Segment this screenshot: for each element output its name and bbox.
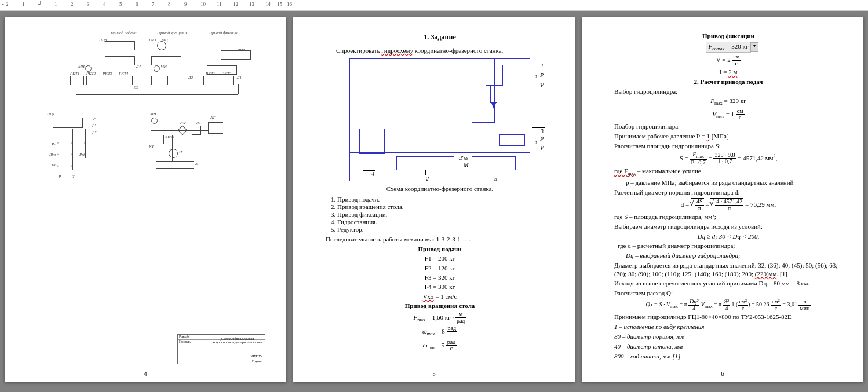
p-piston: 80 – диаметр поршня, мм — [614, 332, 843, 341]
eq-fmax2: Fmax = 320 кг — [614, 97, 843, 107]
eq-fmax: Fmax = 1,60 кг · мрад — [326, 312, 554, 324]
label-rkt3: РКТ3 — [103, 71, 112, 76]
vxx: Vxx = 1 см/с — [326, 292, 554, 301]
eq-fcomax[interactable]: ⋮ Fcomax = 320 кг ▾ — [614, 42, 843, 53]
callout-5: 5 — [486, 175, 498, 182]
p-rod: 40 – диаметр штока, мм — [614, 342, 843, 351]
label-at: АТ — [210, 115, 215, 120]
rotation-drive-heading: Привод вращения стола — [405, 302, 475, 309]
eq-cond: Dц ≥ d; 30 < Dц < 200, — [614, 232, 843, 240]
eq-l-fix: L= 2 м — [614, 68, 843, 76]
callout-1: 1 — [532, 63, 545, 69]
workspace[interactable]: Привод подачи Привод вращения Привод фик… — [0, 11, 868, 387]
p-where-p: p – давление МПа; выбирается из ряда ста… — [614, 178, 843, 187]
p-calcQ: Рассчитаем расход Q: — [614, 289, 843, 298]
label-P: P — [59, 174, 61, 179]
eq-Q: Q₁ = S · Vmax = π Dц²4 Vmax = π 8²4 1 (с… — [614, 299, 843, 312]
page-number: 5 — [432, 370, 436, 377]
eq-vmax2: Vmax = 1 смс — [614, 108, 843, 121]
label-pprime: P' — [92, 123, 96, 128]
label-rbp: Rbp — [49, 152, 56, 157]
p-choice: Выбор гидроцилиндра: — [614, 87, 843, 96]
p-choose-d: Выбираем диаметр гидроцилиндра исходя из… — [614, 222, 843, 231]
p-where-fmax: где Fmax – максимальное усилие — [614, 167, 843, 177]
label-d4: Д4 — [136, 64, 141, 69]
f3: F3 = 320 кг — [326, 273, 554, 281]
hydraulic-schematic: Привод подачи Привод вращения Привод фик… — [47, 31, 256, 181]
eq-wmin: ωmin = 5 радс — [326, 339, 554, 352]
label-n: Н — [179, 150, 182, 155]
f2: F2 = 120 кг — [326, 264, 554, 272]
p-pressure: Принимаем рабочее давление P = 1 [МПа] — [614, 132, 843, 141]
p-diam: Расчетный диаметр поршня гидроцилиндра d… — [614, 188, 843, 197]
p-where-S: где S – площадь гидроцилиндра, мм²; — [614, 213, 843, 221]
label-fixation-drive: Привод фиксации — [209, 31, 239, 35]
horizontal-ruler: └ 2 1 ┘ 1 2 3 4 5 6 7 8 9 10 11 12 13 14… — [0, 0, 868, 11]
task-text: Спроектировать гидросхему координатно-фр… — [326, 46, 554, 55]
label-pc1: ПЦ1 — [47, 112, 55, 116]
label-gm1: ГМ1 — [149, 38, 156, 42]
p-calcS: Рассчитаем площадь гидроцилиндра S: — [614, 142, 843, 151]
label-pprime2: P'' — [92, 130, 96, 135]
label-d1: Д1 — [237, 75, 242, 80]
label-mn3: МН — [150, 112, 156, 116]
label-rkt4: РКТ4 — [119, 71, 128, 76]
section2-heading: 2. Расчет привода подач — [694, 78, 763, 85]
label-rkt1: РКТ1 — [70, 71, 79, 76]
p-std-row: Диаметр выбирается из ряда стандартных з… — [614, 261, 843, 279]
p-where-d: где d – расчётный диаметр гидроцилиндра; — [614, 241, 843, 250]
label-mn1: МН — [78, 64, 85, 69]
eq-S: S = FmaxP · 0,7 = 320 · 9,81 · 0,7 = 457… — [614, 152, 843, 166]
machine-scheme: 1 ↕ P V 3 ↕ P V 4 2 ↺ ω M 5 — [349, 58, 530, 181]
callout-3: 3 — [532, 127, 545, 134]
label-feed-drive: Привод подачи — [111, 31, 136, 35]
fixation-drive-heading: Привод фиксации — [702, 32, 754, 39]
p-where-Dc: Dц – выбранный диаметр гидроцилиндра; — [614, 251, 843, 260]
label-rkt1b: РКТ1 — [206, 71, 215, 76]
label-d2: Д2 — [188, 75, 193, 80]
sequence-text: Последовательность работы механизма: 1-3… — [326, 235, 554, 244]
label-mn2: МН — [161, 64, 167, 69]
label-kt: КТ — [149, 144, 154, 149]
label-rkt2c: РКТ2 — [165, 135, 174, 140]
label-ok: ОК — [180, 121, 186, 126]
page-4[interactable]: Привод подачи Привод вращения Привод фик… — [5, 17, 286, 382]
page-6[interactable]: Привод фиксации ⋮ Fcomax = 320 кг ▾ V = … — [582, 17, 863, 382]
label-rotation-drive: Привод вращения — [157, 31, 188, 35]
page-number: 6 — [721, 370, 724, 377]
equation-editor-cell: ⋮ Fcomax = 320 кг ▾ — [706, 42, 752, 53]
p-accept-d: Исходя из выше перечисленных условий при… — [614, 279, 843, 288]
f1: F1 = 200 кг — [326, 254, 554, 262]
p-exec: 1 – исполнение по виду крепления — [614, 323, 843, 331]
equation-dropdown-icon[interactable]: ▾ — [750, 42, 758, 52]
drawing-title-block: Схема гидравлическая координатно-фрезерн… — [177, 334, 265, 364]
eq-d: d = 4Sπ = 4 · 4571,42π = 76,29 мм, — [614, 198, 843, 211]
page-number: 4 — [144, 370, 147, 377]
feed-drive-heading: Привод подачи — [418, 246, 461, 252]
callout-4: 4 — [363, 170, 375, 177]
label-T: T — [72, 174, 75, 179]
f4: F4 = 300 кг — [326, 283, 554, 291]
eq-v-fix: V = 2 смс — [614, 54, 843, 67]
p-accept-cyl: Принимаем гидроцилиндр ГЦ1-80×40×800 по … — [614, 313, 843, 321]
label-rp: Rp — [52, 142, 56, 146]
label-b: Б — [195, 162, 198, 166]
page-5[interactable]: 1. Задание Спроектировать гидросхему коо… — [293, 17, 575, 382]
label-rkt2: РКТ2 — [86, 71, 96, 76]
p-stroke: 800 – ход штока, мм [1] — [614, 352, 843, 361]
p-select: Подбор гидроцилиндра. — [614, 122, 843, 131]
page5-heading: 1. Задание — [326, 33, 554, 42]
scheme-caption: Схема координатно-фрезерного станка. — [326, 185, 554, 193]
label-F: F — [93, 116, 96, 121]
label-rkt2b: РКТ2 — [222, 71, 231, 76]
eq-wmax: ωmax = 8 радс — [326, 325, 554, 338]
component-list: Привод подачи. Привод вращения стола. Пр… — [337, 196, 554, 233]
callout-2: 2 — [417, 175, 430, 182]
label-fph: Ф — [196, 121, 200, 126]
